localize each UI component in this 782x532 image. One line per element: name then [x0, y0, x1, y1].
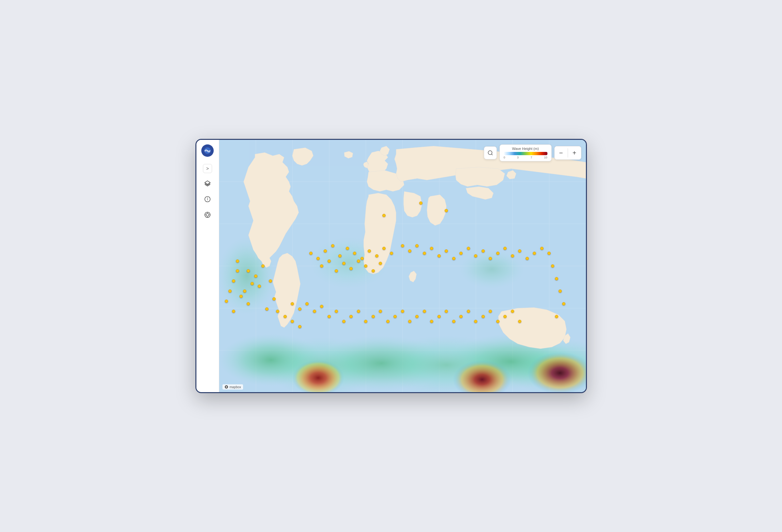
legend-labels: 0 3 7 10 — [504, 156, 547, 159]
svg-point-37 — [459, 250, 524, 289]
map-container[interactable]: Wave Height (m) 0 3 7 10 − + mapb — [219, 140, 586, 392]
legend-mid2: 7 — [530, 156, 532, 159]
legend-min: 0 — [504, 156, 505, 159]
svg-line-39 — [491, 154, 492, 155]
zoom-controls: − + — [554, 146, 581, 160]
info-button[interactable] — [202, 194, 213, 204]
map-controls: Wave Height (m) 0 3 7 10 − + — [484, 144, 581, 161]
legend-max: 10 — [544, 156, 547, 159]
target-button[interactable] — [202, 210, 213, 220]
legend-mid1: 3 — [517, 156, 519, 159]
svg-point-41 — [226, 386, 227, 388]
mapbox-attribution: mapbox — [222, 384, 243, 389]
app-logo[interactable] — [201, 144, 214, 157]
layers-button[interactable] — [202, 178, 213, 189]
app-window: > — [196, 139, 587, 393]
expand-button[interactable]: > — [203, 164, 212, 173]
world-map — [219, 140, 586, 392]
legend-title: Wave Height (m) — [504, 147, 547, 151]
legend-color-bar — [504, 152, 547, 155]
zoom-out-button[interactable]: − — [555, 146, 568, 159]
search-button[interactable] — [484, 146, 497, 159]
sidebar: > — [197, 140, 219, 392]
svg-point-6 — [206, 214, 209, 216]
svg-point-5 — [205, 212, 210, 218]
wave-height-legend: Wave Height (m) 0 3 7 10 — [499, 144, 552, 161]
zoom-in-button[interactable]: + — [568, 146, 581, 159]
svg-point-38 — [488, 151, 492, 154]
